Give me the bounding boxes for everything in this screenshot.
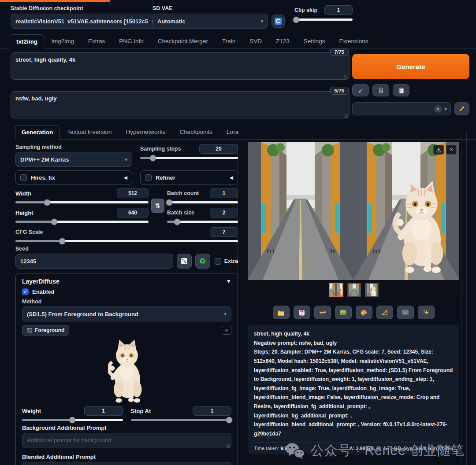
hires-fix-accordion[interactable]: Hires. fix ◀	[15, 170, 132, 185]
clip-skip-value[interactable]: 1	[324, 5, 353, 15]
sampling-method-dropdown[interactable]: DPM++ 2M Karras ▾	[15, 152, 132, 167]
layerdiffuse-panel: LayerDiffuse ▼ ✓ Enabled Method (SD1.5) …	[15, 273, 238, 465]
foreground-image-tab[interactable]: Foreground	[22, 325, 69, 336]
save-image-button[interactable]	[294, 306, 310, 319]
slider-handle[interactable]	[166, 199, 172, 206]
tab-txt2img[interactable]: txt2img	[10, 34, 44, 49]
extra-seed-toggle[interactable]: Extra	[215, 258, 238, 265]
pencil-icon	[459, 106, 465, 112]
slider-handle[interactable]	[59, 238, 66, 244]
edit-styles-button[interactable]	[454, 102, 469, 115]
stop-at-label: Stop At	[131, 408, 151, 414]
thumbnail-background[interactable]	[347, 283, 361, 297]
tab-img2img[interactable]: img2img	[45, 34, 81, 48]
prompt-input[interactable]: street, high quality, 4k	[11, 52, 350, 80]
thumbnail-foreground[interactable]	[365, 283, 379, 297]
reuse-seed-button[interactable]: ♻	[195, 254, 210, 269]
thumbnail-grid-selected[interactable]	[329, 283, 343, 297]
accordion-collapsed-icon[interactable]: ◀	[230, 175, 233, 181]
paste-params-button[interactable]: ↙	[352, 84, 369, 96]
vae-dropdown[interactable]: Automatic ▾	[152, 14, 268, 29]
slider-handle[interactable]	[174, 218, 180, 225]
close-preview-button[interactable]: ×	[446, 145, 457, 155]
image-frame-icon	[340, 310, 346, 315]
hires-fix-checkbox[interactable]	[20, 174, 27, 181]
tab-train[interactable]: Train	[216, 34, 242, 48]
tab-checkpoint-merger[interactable]: Checkpoint Merger	[151, 34, 215, 48]
extra-checkbox[interactable]	[215, 258, 221, 265]
send-to-inpaint-button[interactable]	[376, 306, 393, 319]
batch-size-slider[interactable]	[167, 221, 238, 223]
tab-z123[interactable]: Z123	[269, 34, 296, 48]
scrollbar-track[interactable]	[466, 132, 467, 465]
accordion-expanded-icon[interactable]: ▼	[226, 278, 231, 284]
checkpoint-dropdown[interactable]: realisticVisionV51_v51VAE.safetensors [1…	[11, 14, 159, 29]
stop-at-slider[interactable]	[131, 419, 232, 421]
accordion-collapsed-icon[interactable]: ◀	[124, 175, 127, 181]
download-image-button[interactable]	[433, 145, 444, 155]
chevron-down-icon: ▾	[125, 157, 127, 162]
cfg-scale-slider[interactable]	[15, 240, 238, 242]
slider-handle[interactable]	[51, 218, 57, 225]
sampling-steps-value[interactable]: 20	[199, 144, 238, 154]
swap-dimensions-button[interactable]: ⇅	[151, 199, 164, 213]
generate-button[interactable]: Generate	[352, 54, 469, 79]
checkpoint-label: Stable Diffusion checkpoint	[11, 5, 143, 11]
width-slider[interactable]	[15, 201, 149, 203]
tab-extras[interactable]: Extras	[82, 34, 112, 48]
slider-handle[interactable]	[149, 155, 156, 161]
send-to-svd-button[interactable]	[397, 306, 414, 319]
slider-handle[interactable]	[69, 417, 76, 423]
tab-settings[interactable]: Settings	[297, 34, 332, 48]
weight-slider[interactable]	[22, 419, 123, 421]
clear-prompt-button[interactable]	[372, 84, 389, 96]
batch-count-slider[interactable]	[167, 201, 238, 203]
stop-at-value[interactable]: 1	[193, 406, 231, 416]
send-to-img2img-button[interactable]	[335, 306, 352, 319]
sampling-method-label: Sampling method	[15, 144, 132, 150]
slider-handle[interactable]	[44, 199, 51, 206]
tab-textual-inversion[interactable]: Textual Inversion	[60, 125, 118, 139]
bg-additional-prompt-input[interactable]	[22, 433, 231, 448]
save-zip-button[interactable]	[314, 306, 331, 319]
tab-extensions[interactable]: Extensions	[332, 34, 375, 48]
slider-handle[interactable]	[293, 16, 299, 23]
batch-count-value[interactable]: 1	[210, 188, 238, 198]
result-image-preview[interactable]: ×	[248, 142, 459, 280]
remove-foreground-button[interactable]: ×	[222, 326, 231, 335]
height-value[interactable]: 640	[117, 208, 149, 218]
tab-svd[interactable]: SVD	[243, 34, 268, 48]
refiner-accordion[interactable]: Refiner ◀	[140, 170, 238, 185]
cfg-scale-value[interactable]: 7	[210, 227, 238, 237]
layerdiffuse-enabled-checkbox[interactable]: ✓	[22, 288, 29, 295]
clear-styles-icon[interactable]: ×	[434, 105, 442, 113]
seed-input[interactable]	[15, 254, 173, 269]
sampling-steps-slider[interactable]	[140, 157, 238, 159]
enabled-label: Enabled	[32, 288, 55, 295]
open-folder-button[interactable]	[273, 306, 290, 319]
tab-png-info[interactable]: PNG Info	[112, 34, 150, 48]
refresh-icon	[275, 18, 282, 25]
tab-hypernetworks[interactable]: Hypernetworks	[119, 125, 172, 139]
apply-styles-button[interactable]	[393, 84, 409, 96]
clip-skip-slider[interactable]	[294, 18, 353, 21]
foreground-image-preview[interactable]	[22, 337, 231, 403]
tab-lora[interactable]: Lora	[220, 125, 245, 139]
styles-dropdown[interactable]: × ▾	[352, 102, 451, 115]
method-dropdown[interactable]: (SD1.5) From Foreground to Background ▾	[22, 306, 231, 321]
width-value[interactable]: 512	[117, 188, 149, 198]
weight-value[interactable]: 1	[84, 406, 123, 416]
send-to-extras-button[interactable]	[356, 306, 372, 319]
extra-generate-button[interactable]	[418, 306, 435, 319]
tab-generation[interactable]: Generation	[15, 125, 60, 140]
height-slider[interactable]	[15, 221, 149, 223]
negative-prompt-input[interactable]: nsfw, bad, ugly	[11, 91, 350, 118]
random-seed-button[interactable]	[177, 254, 192, 269]
refiner-checkbox[interactable]	[145, 174, 152, 181]
batch-size-label: Batch size	[167, 210, 194, 216]
refresh-vae-button[interactable]	[271, 15, 285, 28]
slider-handle[interactable]	[226, 417, 233, 423]
batch-size-value[interactable]: 2	[210, 208, 238, 218]
tab-checkpoints[interactable]: Checkpoints	[173, 125, 219, 139]
blend-additional-prompt-input[interactable]	[22, 462, 231, 465]
